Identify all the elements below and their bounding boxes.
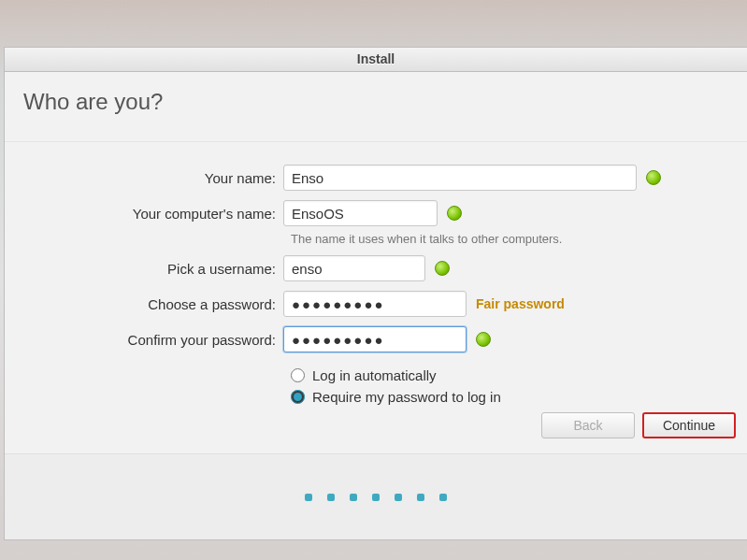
check-icon: [646, 170, 661, 185]
progress-dot: [417, 494, 424, 501]
window-title: Install: [357, 51, 395, 66]
login-auto-label: Log in automatically: [312, 367, 437, 383]
window-titlebar: Install: [5, 48, 747, 72]
login-require-option[interactable]: Require my password to log in: [291, 389, 728, 405]
username-label: Pick a username:: [23, 261, 283, 277]
username-input[interactable]: [283, 255, 425, 281]
installer-window: Install Who are you? Your name: Your com…: [4, 47, 747, 540]
login-auto-radio[interactable]: [291, 368, 305, 382]
login-require-radio[interactable]: [291, 390, 305, 404]
navigation-buttons: Back Continue: [541, 412, 736, 438]
progress-dot: [395, 494, 402, 501]
progress-indicator: [5, 453, 747, 539]
check-icon: [435, 261, 450, 276]
page-title: Who are you?: [23, 89, 728, 115]
confirm-password-input[interactable]: [283, 326, 467, 352]
password-strength-text: Fair password: [476, 296, 565, 311]
name-input[interactable]: [283, 165, 637, 191]
progress-dot: [350, 494, 357, 501]
confirm-password-label: Confirm your password:: [23, 332, 283, 348]
computer-name-helper: The name it uses when it talks to other …: [291, 232, 728, 246]
check-icon: [447, 206, 462, 221]
password-label: Choose a password:: [23, 296, 283, 312]
check-icon: [476, 332, 491, 347]
password-input[interactable]: [283, 291, 467, 317]
progress-dot: [439, 494, 447, 501]
login-require-label: Require my password to log in: [312, 389, 501, 405]
computer-name-input[interactable]: [283, 200, 438, 226]
back-button[interactable]: Back: [541, 412, 635, 438]
name-label: Your name:: [23, 170, 283, 186]
progress-dot: [372, 494, 380, 501]
page-header: Who are you?: [5, 72, 747, 142]
user-form: Your name: Your computer's name: The nam…: [5, 142, 747, 405]
computer-name-label: Your computer's name:: [23, 206, 283, 222]
continue-button[interactable]: Continue: [642, 412, 736, 438]
progress-dot: [305, 494, 312, 501]
progress-dot: [327, 494, 335, 501]
login-auto-option[interactable]: Log in automatically: [291, 367, 728, 383]
